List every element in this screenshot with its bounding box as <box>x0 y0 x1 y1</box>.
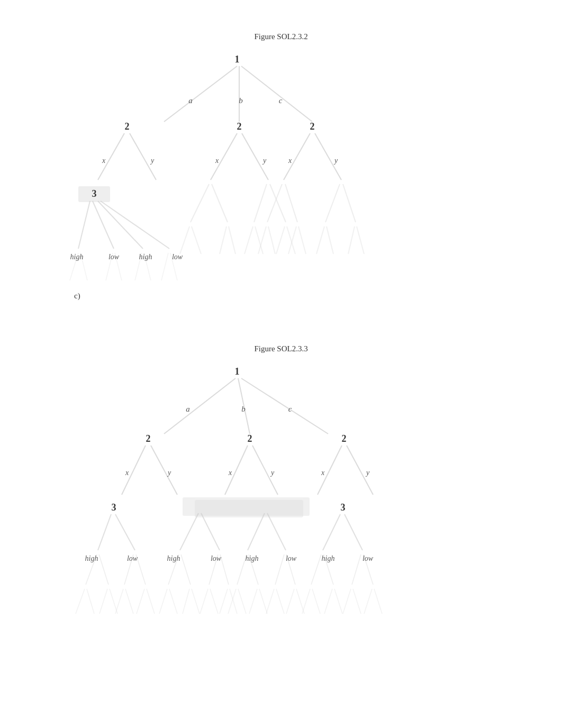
fig1-xy-rl: x <box>288 157 292 165</box>
svg-line-72 <box>220 554 229 585</box>
svg-line-112 <box>374 589 382 614</box>
svg-line-82 <box>87 589 94 614</box>
svg-line-33 <box>298 226 306 254</box>
svg-line-35 <box>327 226 333 254</box>
svg-rect-56 <box>195 500 303 517</box>
svg-line-111 <box>364 589 372 614</box>
fig1-edge-b: b <box>239 96 243 105</box>
fig1-leaf-high2: high <box>139 253 152 261</box>
svg-line-26 <box>244 226 253 254</box>
fig1-xy-rr: y <box>333 157 338 165</box>
svg-line-23 <box>192 226 201 254</box>
fig2-edge-c: c <box>288 405 292 413</box>
svg-line-63 <box>323 514 340 550</box>
svg-line-77 <box>311 554 321 585</box>
svg-line-107 <box>324 589 332 614</box>
svg-line-88 <box>147 589 155 614</box>
svg-line-83 <box>99 589 107 614</box>
fig2-node2-left: 2 <box>146 433 151 444</box>
figure-sol2-3-3: Figure SOL2.3.3 1 a b c 2 2 2 <box>0 344 562 716</box>
fig2-leaf-high4: high <box>322 554 335 562</box>
svg-line-100 <box>259 589 267 614</box>
svg-line-94 <box>210 589 218 614</box>
svg-line-21 <box>343 184 356 222</box>
fig2-xy-rr: y <box>365 469 370 477</box>
fig2-leaf-low2: low <box>211 554 222 562</box>
fig2-leaf-high1: high <box>85 554 98 562</box>
svg-line-66 <box>99 554 108 585</box>
svg-line-12 <box>98 201 143 249</box>
figure-sol2-3-2: Figure SOL2.3.2 1 a b c 2 2 2 <box>0 32 562 309</box>
svg-line-36 <box>348 226 355 254</box>
svg-line-64 <box>345 514 362 550</box>
fig2-node3-right: 3 <box>341 502 346 513</box>
svg-line-37 <box>357 226 364 254</box>
svg-line-87 <box>137 589 144 614</box>
svg-line-60 <box>201 513 220 550</box>
svg-line-105 <box>302 589 310 614</box>
svg-line-24 <box>220 226 226 254</box>
svg-line-44 <box>161 253 168 280</box>
svg-line-34 <box>316 226 324 254</box>
svg-line-91 <box>183 589 189 614</box>
page: Figure SOL2.3.2 1 a b c 2 2 2 <box>0 0 562 728</box>
svg-line-59 <box>180 513 198 550</box>
svg-line-86 <box>125 589 133 614</box>
svg-line-16 <box>254 184 267 222</box>
svg-line-31 <box>268 226 275 254</box>
svg-line-10 <box>78 201 90 249</box>
svg-line-101 <box>266 589 274 614</box>
fig2-node2-mid: 2 <box>248 433 252 444</box>
svg-line-0 <box>164 66 237 122</box>
svg-line-95 <box>220 589 228 614</box>
svg-line-75 <box>275 554 284 585</box>
fig2-edge-b: b <box>241 405 246 413</box>
svg-line-92 <box>192 589 200 614</box>
svg-line-109 <box>343 589 351 614</box>
fig2-xy-lr: y <box>167 469 171 477</box>
svg-line-17 <box>270 184 286 222</box>
svg-line-25 <box>229 226 235 254</box>
svg-line-5 <box>211 133 237 180</box>
fig2-root-label: 1 <box>235 366 240 377</box>
svg-line-106 <box>312 589 320 614</box>
svg-line-19 <box>285 184 297 222</box>
svg-line-90 <box>169 589 177 614</box>
fig1-xy-ml: x <box>215 157 219 165</box>
svg-line-62 <box>267 513 286 550</box>
svg-line-2 <box>241 66 312 122</box>
fig2-xy-rl: x <box>321 469 325 477</box>
svg-line-98 <box>238 589 246 614</box>
svg-line-46 <box>164 378 235 434</box>
svg-line-108 <box>334 589 342 614</box>
fig1-edge-c: c <box>279 96 283 105</box>
fig1-caption: c) <box>74 292 80 300</box>
fig1-node3: 3 <box>92 188 97 199</box>
fig1-leaf-low1: low <box>108 253 120 261</box>
svg-line-96 <box>230 589 237 614</box>
svg-line-70 <box>181 554 191 585</box>
svg-line-58 <box>115 514 135 550</box>
svg-line-57 <box>98 514 111 550</box>
svg-line-61 <box>248 513 265 550</box>
svg-line-89 <box>159 589 167 614</box>
fig1-node2-mid: 2 <box>237 121 242 132</box>
svg-line-79 <box>352 554 361 585</box>
fig1-leaf-low2: low <box>172 253 183 261</box>
fig2-node3-left: 3 <box>112 502 116 513</box>
svg-line-110 <box>353 589 361 614</box>
svg-line-81 <box>76 589 85 614</box>
svg-line-48 <box>241 378 328 434</box>
svg-line-93 <box>200 589 208 614</box>
fig2-leaf-low1: low <box>127 554 138 562</box>
fig2-xy-mr: y <box>270 469 275 477</box>
fig2-leaf-high2: high <box>167 554 180 562</box>
fig1-root-label: 1 <box>235 54 240 65</box>
fig1-edge-a: a <box>188 96 193 105</box>
svg-line-22 <box>180 226 189 254</box>
fig1-xy-ll: x <box>102 157 106 165</box>
fig1-xy-mr: y <box>262 157 267 165</box>
svg-line-102 <box>276 589 284 614</box>
svg-line-32 <box>288 226 296 254</box>
fig2-xy-ml: x <box>228 469 232 477</box>
